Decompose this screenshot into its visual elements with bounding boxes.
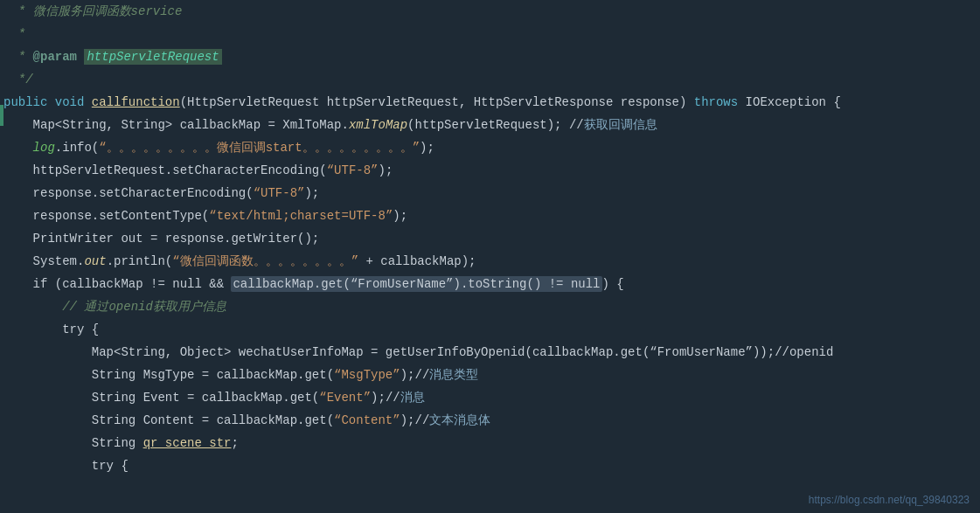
token: callfunction bbox=[92, 95, 180, 109]
token: response.setContentType( bbox=[3, 209, 209, 223]
line-content: PrintWriter out = response.getWriter(); bbox=[3, 228, 973, 249]
code-line: if (callbackMap != null && callbackMap.g… bbox=[0, 273, 980, 295]
line-content: * @param httpServletRequest bbox=[3, 46, 973, 67]
token: PrintWriter out = response.getWriter(); bbox=[3, 232, 319, 246]
token: httpServletRequest.setCharacterEncoding( bbox=[3, 163, 327, 177]
token: xmlToMap bbox=[349, 118, 407, 132]
code-line: * 微信服务回调函数service bbox=[0, 0, 980, 23]
token: try { bbox=[3, 322, 99, 336]
token: void bbox=[55, 95, 92, 109]
code-line: try { bbox=[0, 318, 980, 341]
token: (HttpServletRequest httpServletRequest, … bbox=[180, 95, 694, 109]
active-line-indicator bbox=[0, 105, 3, 126]
code-line: System.out.println(“微信回调函数。。。。。。。。” + ca… bbox=[0, 250, 980, 273]
code-line: // 通过openid获取用户信息 bbox=[0, 295, 980, 318]
line-content: httpServletRequest.setCharacterEncoding(… bbox=[3, 160, 973, 181]
token: (httpServletRequest); // bbox=[407, 118, 584, 132]
token: callbackMap.get(“FromUserName”).toString… bbox=[231, 276, 601, 292]
code-line: Map<String, String> callbackMap = XmlToM… bbox=[0, 114, 980, 136]
token: “Event” bbox=[319, 391, 371, 405]
token: “text/html;charset=UTF-8” bbox=[209, 209, 393, 223]
token: ; bbox=[231, 436, 238, 450]
line-content: log.info(“。。。。。。。。。微信回调start。。。。。。。。。”); bbox=[3, 137, 973, 158]
line-content: response.setContentType(“text/html;chars… bbox=[3, 205, 973, 226]
token: .info( bbox=[55, 141, 99, 155]
token: qr_scene_str bbox=[143, 436, 232, 450]
code-line: response.setCharacterEncoding(“UTF-8”); bbox=[0, 182, 980, 205]
token: 消息类型 bbox=[429, 368, 478, 382]
token: IOException { bbox=[746, 95, 841, 109]
code-line: String qr_scene_str; bbox=[0, 432, 980, 454]
token: “Content” bbox=[334, 413, 400, 427]
code-line: response.setContentType(“text/html;chars… bbox=[0, 205, 980, 227]
code-content: * 微信服务回调函数service * * @param httpServlet… bbox=[0, 0, 980, 477]
token: 微信服务回调函数service bbox=[33, 4, 183, 18]
token: 通过openid获取用户信息 bbox=[84, 300, 226, 314]
line-content: response.setCharacterEncoding(“UTF-8”); bbox=[3, 183, 973, 204]
code-line: try { bbox=[0, 454, 980, 477]
token: * bbox=[3, 4, 33, 18]
token: try { bbox=[3, 459, 129, 473]
token: “MsgType” bbox=[334, 368, 400, 382]
token: ); bbox=[420, 141, 434, 155]
line-content: */ bbox=[3, 69, 973, 90]
token: ); bbox=[378, 163, 393, 177]
token: String bbox=[3, 436, 143, 450]
token: 获取回调信息 bbox=[584, 118, 657, 132]
line-content: String qr_scene_str; bbox=[3, 433, 973, 454]
token: Map<String, Object> wechatUserInfoMap = … bbox=[3, 345, 833, 359]
token: * bbox=[3, 50, 33, 64]
line-content: if (callbackMap != null && callbackMap.g… bbox=[3, 274, 973, 295]
token: “微信回调函数。。。。。。。。” bbox=[172, 254, 358, 268]
token: * bbox=[3, 27, 25, 41]
token: String Event = callbackMap.get( bbox=[3, 391, 319, 405]
code-line: */ bbox=[0, 68, 980, 91]
code-line: Map<String, Object> wechatUserInfoMap = … bbox=[0, 341, 980, 364]
code-line: * bbox=[0, 23, 980, 45]
code-line: String Event = callbackMap.get(“Event”);… bbox=[0, 386, 980, 409]
token: “UTF-8” bbox=[327, 163, 379, 177]
line-content: public void callfunction(HttpServletRequ… bbox=[3, 92, 973, 113]
line-content: String Content = callbackMap.get(“Conten… bbox=[3, 410, 973, 431]
code-line: * @param httpServletRequest bbox=[0, 45, 980, 68]
line-content: try { bbox=[3, 455, 973, 476]
line-content: Map<String, Object> wechatUserInfoMap = … bbox=[3, 342, 973, 363]
token: if (callbackMap != null && bbox=[3, 277, 231, 291]
line-content: * 微信服务回调函数service bbox=[3, 1, 973, 22]
token bbox=[3, 141, 33, 155]
line-content: try { bbox=[3, 319, 973, 340]
token: httpServletRequest bbox=[84, 49, 221, 65]
token: + callbackMap); bbox=[358, 254, 476, 268]
line-content: * bbox=[3, 24, 973, 45]
token: ); bbox=[393, 209, 407, 223]
token: Map<String, String> callbackMap = XmlToM… bbox=[3, 118, 349, 132]
watermark: https://blog.csdn.net/qq_39840323 bbox=[809, 494, 970, 506]
token: throws bbox=[694, 95, 746, 109]
code-editor: * 微信服务回调函数service * * @param httpServlet… bbox=[0, 0, 980, 513]
line-content: String MsgType = callbackMap.get(“MsgTyp… bbox=[3, 364, 973, 385]
code-line: String MsgType = callbackMap.get(“MsgTyp… bbox=[0, 364, 980, 386]
line-content: String Event = callbackMap.get(“Event”);… bbox=[3, 387, 973, 408]
token: 消息 bbox=[400, 391, 425, 405]
token: System. bbox=[3, 254, 84, 268]
token: 文本消息体 bbox=[429, 413, 490, 427]
token: ) { bbox=[602, 277, 624, 291]
token: String MsgType = callbackMap.get( bbox=[3, 368, 334, 382]
token: String Content = callbackMap.get( bbox=[3, 413, 334, 427]
line-content: System.out.println(“微信回调函数。。。。。。。。” + ca… bbox=[3, 251, 973, 272]
token: public bbox=[3, 95, 55, 109]
token: */ bbox=[3, 73, 33, 87]
token: );// bbox=[400, 368, 430, 382]
code-line: httpServletRequest.setCharacterEncoding(… bbox=[0, 159, 980, 182]
line-content: Map<String, String> callbackMap = XmlToM… bbox=[3, 114, 973, 135]
code-line: public void callfunction(HttpServletRequ… bbox=[0, 91, 980, 114]
token: @param bbox=[33, 50, 77, 64]
token: log bbox=[33, 141, 55, 155]
code-line: String Content = callbackMap.get(“Conten… bbox=[0, 409, 980, 432]
code-line: PrintWriter out = response.getWriter(); bbox=[0, 227, 980, 250]
token: ); bbox=[304, 186, 319, 200]
token: // bbox=[3, 300, 84, 314]
token: response.setCharacterEncoding( bbox=[3, 186, 254, 200]
token: .println( bbox=[107, 254, 173, 268]
token: );// bbox=[400, 413, 430, 427]
